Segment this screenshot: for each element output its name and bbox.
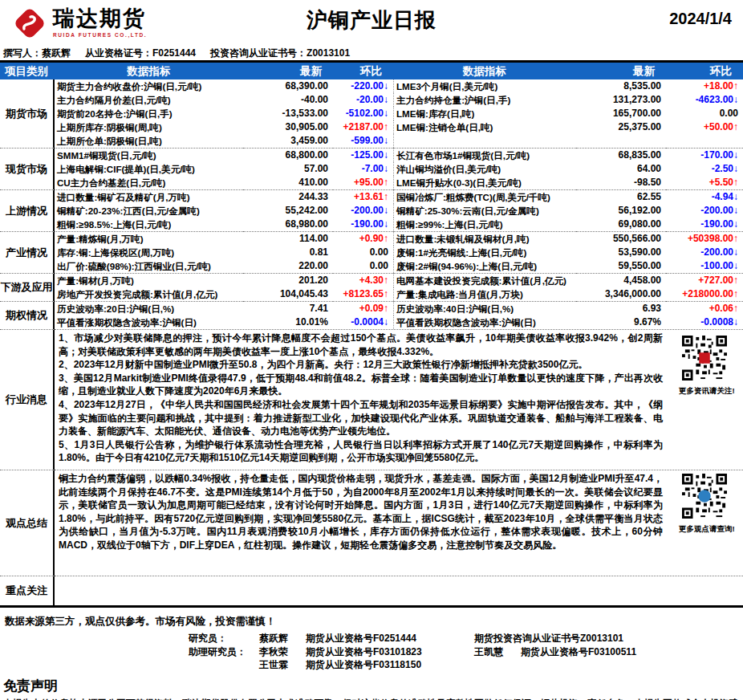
- indicator-label: 粗铜:≥99%:上海(日,元/吨): [393, 218, 576, 231]
- qr-code-follow-icon: [682, 336, 727, 381]
- indicator-label: 主力合约持仓量:沪铜(日,手): [393, 93, 576, 107]
- researcher-row: 助理研究员： 李秋荣 期货从业资格号F03101823 王凯慧 期货从业资格号F…: [189, 645, 743, 659]
- indicator-change: +50.00↑: [666, 120, 743, 134]
- indicator-label: 期货前20名持仓:沪铜(日,手): [55, 107, 243, 120]
- indicator-value: 25,375.00: [576, 120, 666, 134]
- indicator-value: 10.01%: [243, 315, 333, 329]
- researcher-name2: 期货投资咨询从业证书号Z0013101: [474, 632, 623, 645]
- news-line: 5、1月3日人民银行公告称，为维护银行体系流动性合理充裕，人民银行当日以利率招标…: [59, 438, 663, 465]
- indicator-label: SMM1#铜现货(日,元/吨): [55, 148, 243, 162]
- category-label: 下游及应用: [0, 273, 55, 301]
- indicator-value: 68,390.00: [243, 79, 333, 93]
- section-text: 铜主力合约震荡偏弱，以跌幅0.34%报收，持仓量走低，国内现货价格走弱，现货升水…: [55, 470, 743, 576]
- indicator-value: 57.00: [243, 162, 333, 176]
- researcher-cert: 期货从业资格号F03101823: [306, 645, 474, 659]
- indicator-change: 0.00: [333, 259, 393, 273]
- indicator-value: 410.00: [243, 176, 333, 189]
- indicator-value: 64.00: [576, 162, 666, 176]
- indicator-label: 产量:精炼铜(月,万吨): [55, 231, 243, 246]
- report-date: 2024/1/4: [669, 10, 732, 28]
- col-header-latest-l: 最新: [243, 63, 333, 79]
- researcher-row: 王世霖 期货从业资格号F03118150: [189, 658, 743, 672]
- indicator-label: 历史波动率:40日:沪铜(日,%): [393, 301, 576, 315]
- indicator-change: +218000.00↑: [666, 287, 743, 301]
- indicator-label: LME铜:注销仓单(日,吨): [393, 120, 576, 134]
- section-text: 1、市场减少对美联储降息的押注，预计今年累计降息幅度不会超过150个基点。美债收…: [55, 329, 743, 470]
- indicator-change: -5102.00↓: [333, 107, 393, 120]
- qr-code-views-icon: [682, 474, 727, 519]
- indicator-change: -2.50↓: [666, 162, 743, 176]
- indicator-change: -20.00↓: [333, 93, 393, 107]
- indicator-value: 220.00: [243, 259, 333, 273]
- qr-views-box: 更多观点请查询!: [679, 474, 730, 535]
- category-label: 行业消息: [0, 329, 55, 470]
- indicator-change: +13.61↑: [333, 189, 393, 204]
- indicator-value: 68,980.00: [243, 218, 333, 231]
- report-page: 瑞达期货 RUIDA FUTURES CO.,LTD. 沪铜产业日报 2024/…: [0, 0, 743, 700]
- indicator-value: 3,459.00: [243, 134, 333, 148]
- indicator-value: 62.55: [576, 189, 666, 204]
- researcher-name: 李秋荣: [259, 645, 306, 659]
- indicator-label: CU主力合约基差(日,元/吨): [55, 176, 243, 189]
- qr-follow-box: 更多资讯请关注!: [679, 336, 730, 397]
- indicator-change: +727.00↑: [666, 273, 743, 287]
- indicator-label: 洋山铜均溢价(日,美元/吨): [393, 162, 576, 176]
- data-source-note: 数据来源第三方，观点仅供参考。市场有风险，投资需谨慎！: [0, 615, 743, 629]
- indicator-change: -170.00↓: [666, 148, 743, 162]
- indicator-value: [576, 134, 666, 148]
- indicator-label: 电网基本建设投资完成额:累计值(月,亿元): [393, 273, 576, 287]
- indicator-label: 上期所仓单:阴极铜(日,吨): [55, 134, 243, 148]
- indicator-value: 55,242.00: [243, 204, 333, 218]
- indicator-value: 131,273.00: [576, 93, 666, 107]
- indicator-value: 165,700.00: [576, 107, 666, 120]
- col-header-indicator-r: 数据指标: [393, 63, 576, 79]
- indicator-label: 产量:集成电路:当月值(月,万块): [393, 287, 576, 301]
- indicator-change: -7.00↓: [333, 162, 393, 176]
- indicator-label: 废铜:1#光亮铜线:上海(日,元/吨): [393, 246, 576, 259]
- indicator-value: 104,045.43: [243, 287, 333, 301]
- indicator-change: 0.00: [666, 107, 743, 120]
- indicator-change: -190.00↓: [666, 218, 743, 231]
- indicator-change: -200.00↓: [666, 246, 743, 259]
- indicator-label: 铜精矿:25-30%:云南(日,元/金属吨): [393, 204, 576, 218]
- col-header-indicator-l: 数据指标: [55, 63, 243, 79]
- indicator-value: 59,550.00: [576, 259, 666, 273]
- indicator-value: 6.93: [576, 301, 666, 315]
- indicator-change: +0.90↑: [333, 231, 393, 246]
- indicator-label: 铜精矿:20-23%:江西(日,元/金属吨): [55, 204, 243, 218]
- indicator-change: +5.50↑: [666, 176, 743, 189]
- qr-follow-caption: 更多资讯请关注!: [679, 386, 730, 397]
- indicator-value: 30,905.00: [243, 120, 333, 134]
- indicator-value: 8,535.00: [576, 79, 666, 93]
- col-header-change-r: 环比: [666, 63, 743, 79]
- indicator-value: 7.41: [243, 301, 333, 315]
- indicator-value: 0.81: [243, 246, 333, 259]
- page-title: 沪铜产业日报: [0, 6, 743, 35]
- indicator-value: 69,080.00: [576, 218, 666, 231]
- report-header: 瑞达期货 RUIDA FUTURES CO.,LTD. 沪铜产业日报 2024/…: [0, 0, 743, 47]
- indicator-value: -13,533.00: [243, 107, 333, 120]
- news-line: 2、2023年12月财新中国制造业PMI微升至50.8，为四个月新高。央行：12…: [59, 358, 663, 372]
- indicator-change: +18.00↑: [666, 79, 743, 93]
- disclaimer-title: 免责声明: [0, 677, 743, 695]
- indicator-change: +4.30↑: [333, 273, 393, 287]
- indicator-change: -4.94↓: [666, 189, 743, 204]
- indicator-label: 粗铜:≥98.5%:上海(日,元/吨): [55, 218, 243, 231]
- category-label: 期权情况: [0, 301, 55, 329]
- news-line: 1、市场减少对美联储降息的押注，预计今年累计降息幅度不会超过150个基点。美债收…: [59, 332, 663, 358]
- indicator-label: 出厂价:硫酸(98%):江西铜业(日,元/吨): [55, 259, 243, 273]
- researcher-label: 研究员：: [189, 632, 259, 645]
- indicator-change: -200.00↓: [666, 204, 743, 218]
- indicator-change: [666, 134, 743, 148]
- category-label: 期货市场: [0, 79, 55, 148]
- author-line: 撰写人：蔡跃辉 从业资格证号：F0251444 投资咨询从业证书号：Z00131…: [0, 47, 743, 59]
- indicator-table: 瑞达研究 项目类别 数据指标 最新 环比 数据指标 最新 环比 期货市场期货主力…: [0, 60, 743, 608]
- indicator-change: +50398.00↑: [666, 231, 743, 246]
- news-line: 铜主力合约震荡偏弱，以跌幅0.34%报收，持仓量走低，国内现货价格走弱，现货升水…: [59, 472, 663, 552]
- indicator-label: LME铜升贴水(0-3)(日,美元/吨): [393, 176, 576, 189]
- col-header-category: 项目类别: [0, 63, 55, 79]
- qr-views-caption: 更多观点请查询!: [679, 524, 730, 535]
- researcher-name: 蔡跃辉: [259, 632, 306, 645]
- col-header-change-l: 环比: [333, 63, 393, 79]
- researcher-row: 研究员： 蔡跃辉 期货从业资格号F0251444 期货投资咨询从业证书号Z001…: [189, 632, 743, 645]
